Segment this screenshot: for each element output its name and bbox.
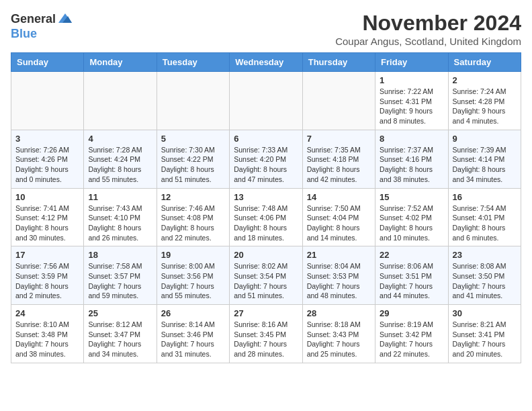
day-number: 24 [15,308,79,318]
day-info: Sunrise: 8:10 AM Sunset: 3:48 PM Dayligh… [15,320,79,359]
day-info: Sunrise: 7:35 AM Sunset: 4:18 PM Dayligh… [307,145,371,185]
day-info: Sunrise: 7:50 AM Sunset: 4:04 PM Dayligh… [307,203,371,243]
table-row [157,72,229,130]
calendar-week-row: 10Sunrise: 7:41 AM Sunset: 4:12 PM Dayli… [11,188,521,246]
day-number: 18 [88,250,152,260]
day-number: 8 [380,134,443,144]
day-number: 2 [453,75,517,85]
table-row [302,72,375,130]
month-title: November 2024 [335,11,521,36]
day-info: Sunrise: 8:02 AM Sunset: 3:54 PM Dayligh… [234,261,298,301]
calendar-header-row: Sunday Monday Tuesday Wednesday Thursday… [11,53,521,72]
day-info: Sunrise: 7:52 AM Sunset: 4:02 PM Dayligh… [380,203,443,243]
header-friday: Friday [375,53,448,72]
day-info: Sunrise: 7:43 AM Sunset: 4:10 PM Dayligh… [88,203,152,243]
logo-blue: Blue [11,27,37,41]
day-number: 20 [234,250,298,260]
day-number: 9 [453,134,517,144]
page-header: General Blue November 2024 Coupar Angus,… [11,11,521,47]
table-row: 18Sunrise: 7:58 AM Sunset: 3:57 PM Dayli… [84,246,157,305]
table-row: 19Sunrise: 8:00 AM Sunset: 3:56 PM Dayli… [157,246,229,305]
day-info: Sunrise: 7:56 AM Sunset: 3:59 PM Dayligh… [15,261,79,301]
day-info: Sunrise: 8:06 AM Sunset: 3:51 PM Dayligh… [380,261,443,301]
logo-general: General [11,12,56,26]
table-row: 8Sunrise: 7:37 AM Sunset: 4:16 PM Daylig… [375,130,448,188]
day-number: 15 [380,192,443,202]
table-row: 2Sunrise: 7:24 AM Sunset: 4:28 PM Daylig… [448,72,521,130]
location: Coupar Angus, Scotland, United Kingdom [335,36,521,47]
table-row: 20Sunrise: 8:02 AM Sunset: 3:54 PM Dayli… [230,246,302,305]
header-wednesday: Wednesday [230,53,302,72]
table-row: 26Sunrise: 8:14 AM Sunset: 3:46 PM Dayli… [157,305,229,363]
calendar: Sunday Monday Tuesday Wednesday Thursday… [11,52,521,363]
day-number: 28 [307,308,371,318]
table-row [11,72,84,130]
logo: General Blue [11,11,73,41]
day-info: Sunrise: 7:46 AM Sunset: 4:08 PM Dayligh… [161,203,225,243]
table-row: 4Sunrise: 7:28 AM Sunset: 4:24 PM Daylig… [84,130,157,188]
day-number: 29 [380,308,443,318]
day-info: Sunrise: 8:12 AM Sunset: 3:47 PM Dayligh… [88,320,152,359]
header-sunday: Sunday [11,53,84,72]
table-row: 28Sunrise: 8:18 AM Sunset: 3:43 PM Dayli… [302,305,375,363]
day-number: 27 [234,308,298,318]
table-row: 13Sunrise: 7:48 AM Sunset: 4:06 PM Dayli… [230,188,302,246]
day-number: 10 [15,192,79,202]
header-tuesday: Tuesday [157,53,229,72]
day-info: Sunrise: 8:18 AM Sunset: 3:43 PM Dayligh… [307,320,371,359]
day-number: 19 [161,250,225,260]
table-row: 9Sunrise: 7:39 AM Sunset: 4:14 PM Daylig… [448,130,521,188]
day-number: 16 [453,192,517,202]
title-block: November 2024 Coupar Angus, Scotland, Un… [335,11,521,47]
day-info: Sunrise: 7:22 AM Sunset: 4:31 PM Dayligh… [380,87,443,126]
day-info: Sunrise: 7:30 AM Sunset: 4:22 PM Dayligh… [161,145,225,185]
header-saturday: Saturday [448,53,521,72]
table-row [84,72,157,130]
day-info: Sunrise: 7:39 AM Sunset: 4:14 PM Dayligh… [453,145,517,185]
day-number: 5 [161,134,225,144]
day-info: Sunrise: 7:54 AM Sunset: 4:01 PM Dayligh… [453,203,517,243]
header-monday: Monday [84,53,157,72]
day-info: Sunrise: 8:14 AM Sunset: 3:46 PM Dayligh… [161,320,225,359]
day-info: Sunrise: 8:00 AM Sunset: 3:56 PM Dayligh… [161,261,225,301]
table-row: 24Sunrise: 8:10 AM Sunset: 3:48 PM Dayli… [11,305,84,363]
table-row: 29Sunrise: 8:19 AM Sunset: 3:42 PM Dayli… [375,305,448,363]
header-thursday: Thursday [302,53,375,72]
table-row: 3Sunrise: 7:26 AM Sunset: 4:26 PM Daylig… [11,130,84,188]
day-number: 21 [307,250,371,260]
table-row: 7Sunrise: 7:35 AM Sunset: 4:18 PM Daylig… [302,130,375,188]
calendar-week-row: 3Sunrise: 7:26 AM Sunset: 4:26 PM Daylig… [11,130,521,188]
day-info: Sunrise: 7:26 AM Sunset: 4:26 PM Dayligh… [15,145,79,185]
table-row: 1Sunrise: 7:22 AM Sunset: 4:31 PM Daylig… [375,72,448,130]
table-row: 11Sunrise: 7:43 AM Sunset: 4:10 PM Dayli… [84,188,157,246]
day-number: 17 [15,250,79,260]
table-row: 23Sunrise: 8:08 AM Sunset: 3:50 PM Dayli… [448,246,521,305]
day-number: 11 [88,192,152,202]
table-row: 10Sunrise: 7:41 AM Sunset: 4:12 PM Dayli… [11,188,84,246]
day-info: Sunrise: 7:48 AM Sunset: 4:06 PM Dayligh… [234,203,298,243]
day-number: 25 [88,308,152,318]
table-row: 16Sunrise: 7:54 AM Sunset: 4:01 PM Dayli… [448,188,521,246]
day-info: Sunrise: 7:37 AM Sunset: 4:16 PM Dayligh… [380,145,443,185]
day-info: Sunrise: 7:24 AM Sunset: 4:28 PM Dayligh… [453,87,517,126]
day-info: Sunrise: 7:33 AM Sunset: 4:20 PM Dayligh… [234,145,298,185]
day-number: 4 [88,134,152,144]
day-number: 3 [15,134,79,144]
table-row: 15Sunrise: 7:52 AM Sunset: 4:02 PM Dayli… [375,188,448,246]
day-number: 30 [453,308,517,318]
logo-icon [57,11,73,27]
day-number: 14 [307,192,371,202]
table-row: 5Sunrise: 7:30 AM Sunset: 4:22 PM Daylig… [157,130,229,188]
day-info: Sunrise: 8:21 AM Sunset: 3:41 PM Dayligh… [453,320,517,359]
table-row [230,72,302,130]
day-info: Sunrise: 8:16 AM Sunset: 3:45 PM Dayligh… [234,320,298,359]
table-row: 17Sunrise: 7:56 AM Sunset: 3:59 PM Dayli… [11,246,84,305]
table-row: 27Sunrise: 8:16 AM Sunset: 3:45 PM Dayli… [230,305,302,363]
table-row: 6Sunrise: 7:33 AM Sunset: 4:20 PM Daylig… [230,130,302,188]
day-info: Sunrise: 7:41 AM Sunset: 4:12 PM Dayligh… [15,203,79,243]
calendar-week-row: 24Sunrise: 8:10 AM Sunset: 3:48 PM Dayli… [11,305,521,363]
day-info: Sunrise: 8:19 AM Sunset: 3:42 PM Dayligh… [380,320,443,359]
calendar-week-row: 1Sunrise: 7:22 AM Sunset: 4:31 PM Daylig… [11,72,521,130]
day-info: Sunrise: 7:58 AM Sunset: 3:57 PM Dayligh… [88,261,152,301]
calendar-week-row: 17Sunrise: 7:56 AM Sunset: 3:59 PM Dayli… [11,246,521,305]
